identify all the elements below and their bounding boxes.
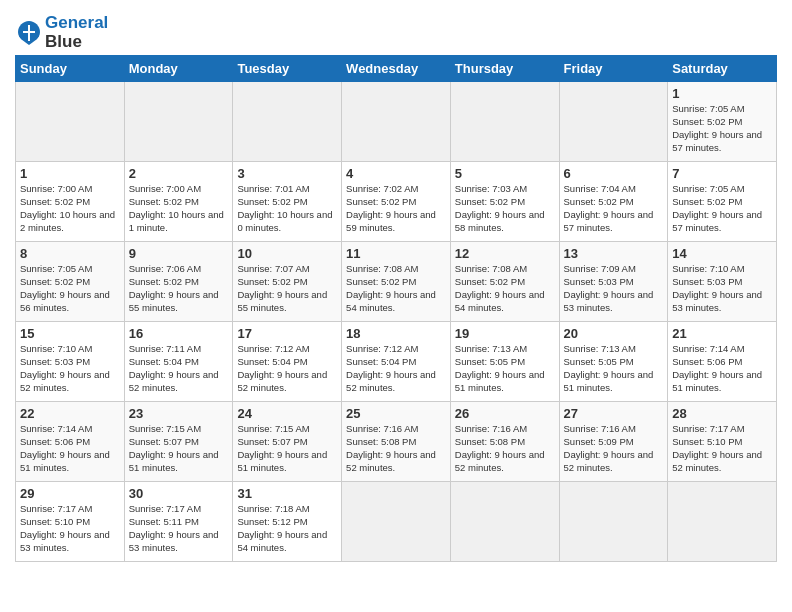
day-info: Sunrise: 7:05 AM Sunset: 5:02 PM Dayligh… <box>672 103 772 154</box>
day-number: 18 <box>346 326 446 341</box>
column-header-saturday: Saturday <box>668 56 777 82</box>
calendar-cell: 1 Sunrise: 7:00 AM Sunset: 5:02 PM Dayli… <box>16 162 125 242</box>
day-number: 1 <box>20 166 120 181</box>
calendar-cell: 6 Sunrise: 7:04 AM Sunset: 5:02 PM Dayli… <box>559 162 668 242</box>
day-info: Sunrise: 7:03 AM Sunset: 5:02 PM Dayligh… <box>455 183 555 234</box>
calendar-cell: 16 Sunrise: 7:11 AM Sunset: 5:04 PM Dayl… <box>124 322 233 402</box>
calendar-cell: 4 Sunrise: 7:02 AM Sunset: 5:02 PM Dayli… <box>342 162 451 242</box>
day-info: Sunrise: 7:08 AM Sunset: 5:02 PM Dayligh… <box>346 263 446 314</box>
day-info: Sunrise: 7:08 AM Sunset: 5:02 PM Dayligh… <box>455 263 555 314</box>
day-info: Sunrise: 7:15 AM Sunset: 5:07 PM Dayligh… <box>237 423 337 474</box>
day-number: 12 <box>455 246 555 261</box>
day-number: 5 <box>455 166 555 181</box>
day-number: 30 <box>129 486 229 501</box>
column-header-wednesday: Wednesday <box>342 56 451 82</box>
calendar-cell: 10 Sunrise: 7:07 AM Sunset: 5:02 PM Dayl… <box>233 242 342 322</box>
day-info: Sunrise: 7:05 AM Sunset: 5:02 PM Dayligh… <box>20 263 120 314</box>
calendar-cell: 2 Sunrise: 7:00 AM Sunset: 5:02 PM Dayli… <box>124 162 233 242</box>
day-number: 26 <box>455 406 555 421</box>
calendar-cell <box>450 82 559 162</box>
day-info: Sunrise: 7:04 AM Sunset: 5:02 PM Dayligh… <box>564 183 664 234</box>
column-header-monday: Monday <box>124 56 233 82</box>
day-info: Sunrise: 7:05 AM Sunset: 5:02 PM Dayligh… <box>672 183 772 234</box>
day-info: Sunrise: 7:12 AM Sunset: 5:04 PM Dayligh… <box>237 343 337 394</box>
day-number: 20 <box>564 326 664 341</box>
calendar-cell <box>124 82 233 162</box>
day-number: 28 <box>672 406 772 421</box>
day-info: Sunrise: 7:06 AM Sunset: 5:02 PM Dayligh… <box>129 263 229 314</box>
day-number: 27 <box>564 406 664 421</box>
calendar-cell: 22 Sunrise: 7:14 AM Sunset: 5:06 PM Dayl… <box>16 402 125 482</box>
calendar-cell: 23 Sunrise: 7:15 AM Sunset: 5:07 PM Dayl… <box>124 402 233 482</box>
day-info: Sunrise: 7:18 AM Sunset: 5:12 PM Dayligh… <box>237 503 337 554</box>
day-number: 14 <box>672 246 772 261</box>
day-info: Sunrise: 7:09 AM Sunset: 5:03 PM Dayligh… <box>564 263 664 314</box>
day-number: 10 <box>237 246 337 261</box>
day-number: 7 <box>672 166 772 181</box>
day-info: Sunrise: 7:16 AM Sunset: 5:08 PM Dayligh… <box>346 423 446 474</box>
calendar-cell: 14 Sunrise: 7:10 AM Sunset: 5:03 PM Dayl… <box>668 242 777 322</box>
day-number: 17 <box>237 326 337 341</box>
day-number: 29 <box>20 486 120 501</box>
calendar-cell: 7 Sunrise: 7:05 AM Sunset: 5:02 PM Dayli… <box>668 162 777 242</box>
calendar-cell: 24 Sunrise: 7:15 AM Sunset: 5:07 PM Dayl… <box>233 402 342 482</box>
calendar-cell: 3 Sunrise: 7:01 AM Sunset: 5:02 PM Dayli… <box>233 162 342 242</box>
day-info: Sunrise: 7:10 AM Sunset: 5:03 PM Dayligh… <box>672 263 772 314</box>
calendar-cell: 8 Sunrise: 7:05 AM Sunset: 5:02 PM Dayli… <box>16 242 125 322</box>
logo-text: General Blue <box>45 14 108 51</box>
day-info: Sunrise: 7:00 AM Sunset: 5:02 PM Dayligh… <box>129 183 229 234</box>
day-info: Sunrise: 7:13 AM Sunset: 5:05 PM Dayligh… <box>455 343 555 394</box>
calendar-cell: 28 Sunrise: 7:17 AM Sunset: 5:10 PM Dayl… <box>668 402 777 482</box>
day-info: Sunrise: 7:16 AM Sunset: 5:08 PM Dayligh… <box>455 423 555 474</box>
day-info: Sunrise: 7:17 AM Sunset: 5:10 PM Dayligh… <box>20 503 120 554</box>
day-number: 3 <box>237 166 337 181</box>
calendar-cell: 13 Sunrise: 7:09 AM Sunset: 5:03 PM Dayl… <box>559 242 668 322</box>
calendar-cell <box>342 482 451 562</box>
day-number: 8 <box>20 246 120 261</box>
page-container: General Blue SundayMondayTuesdayWednesda… <box>0 0 792 572</box>
day-number: 15 <box>20 326 120 341</box>
calendar-cell: 15 Sunrise: 7:10 AM Sunset: 5:03 PM Dayl… <box>16 322 125 402</box>
day-info: Sunrise: 7:13 AM Sunset: 5:05 PM Dayligh… <box>564 343 664 394</box>
column-header-tuesday: Tuesday <box>233 56 342 82</box>
calendar-cell: 26 Sunrise: 7:16 AM Sunset: 5:08 PM Dayl… <box>450 402 559 482</box>
day-info: Sunrise: 7:14 AM Sunset: 5:06 PM Dayligh… <box>672 343 772 394</box>
calendar-cell: 5 Sunrise: 7:03 AM Sunset: 5:02 PM Dayli… <box>450 162 559 242</box>
day-number: 16 <box>129 326 229 341</box>
calendar-cell: 30 Sunrise: 7:17 AM Sunset: 5:11 PM Dayl… <box>124 482 233 562</box>
week-row-2: 1 Sunrise: 7:00 AM Sunset: 5:02 PM Dayli… <box>16 162 777 242</box>
calendar-cell: 1 Sunrise: 7:05 AM Sunset: 5:02 PM Dayli… <box>668 82 777 162</box>
calendar-cell <box>342 82 451 162</box>
day-number: 24 <box>237 406 337 421</box>
logo: General Blue <box>15 14 108 51</box>
calendar-cell: 31 Sunrise: 7:18 AM Sunset: 5:12 PM Dayl… <box>233 482 342 562</box>
calendar-table: SundayMondayTuesdayWednesdayThursdayFrid… <box>15 55 777 562</box>
calendar-cell: 27 Sunrise: 7:16 AM Sunset: 5:09 PM Dayl… <box>559 402 668 482</box>
day-number: 4 <box>346 166 446 181</box>
day-number: 9 <box>129 246 229 261</box>
calendar-cell <box>16 82 125 162</box>
column-header-sunday: Sunday <box>16 56 125 82</box>
day-info: Sunrise: 7:11 AM Sunset: 5:04 PM Dayligh… <box>129 343 229 394</box>
day-info: Sunrise: 7:10 AM Sunset: 5:03 PM Dayligh… <box>20 343 120 394</box>
day-info: Sunrise: 7:00 AM Sunset: 5:02 PM Dayligh… <box>20 183 120 234</box>
calendar-cell: 17 Sunrise: 7:12 AM Sunset: 5:04 PM Dayl… <box>233 322 342 402</box>
day-info: Sunrise: 7:12 AM Sunset: 5:04 PM Dayligh… <box>346 343 446 394</box>
week-row-5: 22 Sunrise: 7:14 AM Sunset: 5:06 PM Dayl… <box>16 402 777 482</box>
day-info: Sunrise: 7:17 AM Sunset: 5:10 PM Dayligh… <box>672 423 772 474</box>
calendar-cell: 25 Sunrise: 7:16 AM Sunset: 5:08 PM Dayl… <box>342 402 451 482</box>
calendar-cell: 18 Sunrise: 7:12 AM Sunset: 5:04 PM Dayl… <box>342 322 451 402</box>
day-number: 13 <box>564 246 664 261</box>
column-header-thursday: Thursday <box>450 56 559 82</box>
day-number: 22 <box>20 406 120 421</box>
day-number: 6 <box>564 166 664 181</box>
calendar-cell: 21 Sunrise: 7:14 AM Sunset: 5:06 PM Dayl… <box>668 322 777 402</box>
calendar-cell: 20 Sunrise: 7:13 AM Sunset: 5:05 PM Dayl… <box>559 322 668 402</box>
day-info: Sunrise: 7:14 AM Sunset: 5:06 PM Dayligh… <box>20 423 120 474</box>
week-row-4: 15 Sunrise: 7:10 AM Sunset: 5:03 PM Dayl… <box>16 322 777 402</box>
day-number: 23 <box>129 406 229 421</box>
day-number: 19 <box>455 326 555 341</box>
day-info: Sunrise: 7:16 AM Sunset: 5:09 PM Dayligh… <box>564 423 664 474</box>
calendar-cell <box>559 82 668 162</box>
day-info: Sunrise: 7:17 AM Sunset: 5:11 PM Dayligh… <box>129 503 229 554</box>
